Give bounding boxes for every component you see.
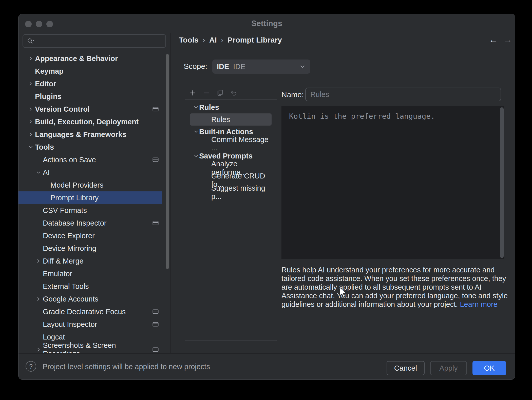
chevron-spacer [34,219,43,227]
sidebar-item-label: External Tools [43,282,89,291]
sidebar-item-keymap[interactable]: Keymap [18,65,162,77]
remove-prompt-button[interactable] [202,89,211,97]
sidebar-item-prompt-library[interactable]: Prompt Library [18,191,162,204]
sidebar-item-diff-merge[interactable]: Diff & Merge [18,255,162,267]
sidebar-item-device-mirroring[interactable]: Device Mirroring [18,242,162,255]
sidebar-item-label: Device Explorer [43,232,95,240]
search-icon[interactable] [27,37,35,45]
prompt-tree-item-commit-message[interactable]: Commit Message ... [190,138,272,150]
sidebar-item-label: Logcat [43,333,65,341]
sidebar-item-device-explorer[interactable]: Device Explorer [18,229,162,242]
project-settings-icon [153,221,159,226]
chevron-down-icon[interactable] [193,129,199,135]
sidebar-item-languages-frameworks[interactable]: Languages & Frameworks [18,128,162,141]
chevron-spacer [34,244,43,253]
chevron-right-icon[interactable] [26,130,35,139]
sidebar-item-label: Google Accounts [43,295,98,303]
settings-tree: Appearance & BehaviorKeymapEditorPlugins… [18,52,170,353]
cancel-button[interactable]: Cancel [387,361,425,375]
prompt-tree-label: Saved Prompts [199,152,253,160]
chevron-spacer [34,231,43,240]
sidebar-item-label: Gradle Declarative Focus [43,308,126,316]
chevron-down-icon[interactable] [193,104,199,110]
chevron-right-icon[interactable] [26,79,35,88]
back-button[interactable]: ← [489,34,498,45]
breadcrumb-separator: › [203,36,205,44]
sidebar-item-build-execution-deployment[interactable]: Build, Execution, Deployment [18,115,162,128]
sidebar-item-editor[interactable]: Editor [18,77,162,90]
prompt-tree-group-rules[interactable]: Rules [190,101,272,113]
sidebar-item-layout-inspector[interactable]: Layout Inspector [18,318,162,331]
scope-select[interactable]: IDE IDE [212,59,310,74]
breadcrumb-item-prompt-library: Prompt Library [227,36,282,44]
chevron-down-icon[interactable] [26,143,35,151]
sidebar-item-database-inspector[interactable]: Database Inspector [18,217,162,229]
prompt-tree-item-rules[interactable]: Rules [190,113,272,126]
chevron-spacer [26,92,35,101]
project-settings-icon [153,107,159,112]
prompt-list-panel: RulesRulesBuilt-in ActionsCommit Message… [185,86,277,341]
apply-button[interactable]: Apply [430,361,467,375]
help-icon[interactable]: ? [26,361,36,372]
sidebar-item-ai[interactable]: AI [18,166,162,179]
search-input[interactable] [37,37,162,45]
prompt-name-input[interactable] [305,88,501,101]
sidebar-item-version-control[interactable]: Version Control [18,103,162,115]
mouse-cursor [338,287,347,299]
chevron-spacer [34,269,43,278]
chevron-right-icon[interactable] [34,295,43,303]
scope-label: Scope: [184,62,207,71]
chevron-right-icon[interactable] [34,257,43,265]
sidebar-item-emulator[interactable]: Emulator [18,267,162,280]
sidebar-item-tools[interactable]: Tools [18,141,162,153]
sidebar-item-gradle-declarative-focus[interactable]: Gradle Declarative Focus [18,305,162,318]
prompt-tree: RulesRulesBuilt-in ActionsCommit Message… [185,101,277,341]
sidebar-item-actions-on-save[interactable]: Actions on Save [18,153,162,166]
project-settings-icon [153,309,159,314]
chevron-right-icon[interactable] [26,54,35,63]
scope-value: IDE [233,63,245,71]
breadcrumb: Tools›AI›Prompt Library [179,35,282,45]
prompt-tree-label: Commit Message ... [211,135,272,152]
editor-scrollbar[interactable] [500,107,504,258]
ok-button[interactable]: OK [472,361,506,375]
chevron-right-icon[interactable] [26,105,35,113]
settings-search[interactable] [23,34,166,48]
sidebar-item-label: Model Providers [50,181,104,189]
chevron-down-icon [299,63,306,70]
sidebar-item-label: Keymap [35,67,64,75]
chevron-down-icon[interactable] [193,153,199,159]
chevron-spacer [42,193,50,202]
revert-button[interactable] [230,89,238,97]
learn-more-link[interactable]: Learn more [460,300,497,308]
sidebar-item-appearance-behavior[interactable]: Appearance & Behavior [18,52,162,65]
sidebar-item-plugins[interactable]: Plugins [18,90,162,103]
sidebar-item-label: Prompt Library [50,194,99,202]
chevron-right-icon[interactable] [26,117,35,126]
chevron-right-icon[interactable] [34,345,43,353]
footer: ? Project-level settings will be applied… [18,353,515,379]
titlebar: Settings [18,14,515,33]
prompt-tree-item-suggest-missing-p[interactable]: Suggest missing p... [190,186,272,198]
sidebar-item-label: CSV Formats [43,206,87,215]
prompt-editor[interactable]: Kotlin is the preferred language. [281,106,504,259]
sidebar-item-screenshots-screen-recordings[interactable]: Screenshots & Screen Recordings [18,343,162,353]
prompt-text: Kotlin is the preferred language. [289,112,435,121]
copy-prompt-button[interactable] [216,89,224,97]
breadcrumb-item-tools[interactable]: Tools [179,36,199,44]
settings-sidebar: Appearance & BehaviorKeymapEditorPlugins… [18,33,170,353]
sidebar-scrollbar[interactable] [166,54,169,269]
sidebar-item-external-tools[interactable]: External Tools [18,280,162,293]
breadcrumb-item-ai[interactable]: AI [209,36,217,44]
add-prompt-button[interactable] [188,89,197,97]
project-settings-icon [153,157,159,162]
sidebar-item-label: Actions on Save [43,156,96,164]
chevron-down-icon[interactable] [34,168,43,177]
prompt-description: Rules help AI understand your preference… [281,266,515,309]
sidebar-item-label: Emulator [43,270,72,278]
sidebar-item-label: Device Mirroring [43,244,96,253]
forward-button[interactable]: → [503,34,512,45]
sidebar-item-csv-formats[interactable]: CSV Formats [18,204,162,217]
sidebar-item-google-accounts[interactable]: Google Accounts [18,293,162,305]
sidebar-item-model-providers[interactable]: Model Providers [18,179,162,191]
